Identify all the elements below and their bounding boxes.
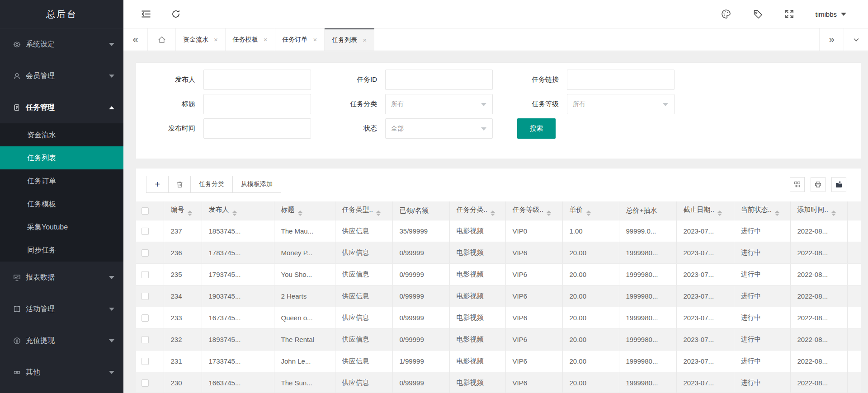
filter-row: 发布人任务ID任务链接 [141,70,861,90]
select-all-checkbox[interactable] [142,207,149,215]
select-2-1[interactable]: 全部 [385,118,493,139]
row-checkbox[interactable] [142,379,149,387]
sort-icon[interactable] [232,211,237,216]
sort-icon[interactable] [547,211,551,216]
add-from-template-button[interactable]: 从模板添加 [232,176,281,193]
search-button[interactable]: 搜索 [517,118,556,139]
table-cell: 236 [164,242,202,263]
caret-down-icon [841,13,846,16]
close-icon[interactable]: × [363,36,367,44]
table-row: 2311733745...John Le...供应信息1/99999电影视频VI… [136,350,861,372]
column-header-9[interactable]: 总价+抽水 [619,201,676,220]
table-cell: 1999980... [619,263,676,285]
table-cell: 1793745... [202,263,274,285]
collapse-menu-icon[interactable] [140,8,152,20]
text-input-0-0[interactable] [209,76,305,84]
sidebar-subitem-4[interactable]: 采集Youtube [0,215,123,239]
tag-icon[interactable] [752,8,764,20]
tabs-scroll-left-button[interactable]: « [123,28,148,51]
column-header-1[interactable]: 编号 [164,201,202,220]
table-cell: 进行中 [734,285,790,307]
sidebar-item-activity[interactable]: 活动管理 [0,293,123,325]
sort-icon[interactable] [376,211,381,216]
select-1-1[interactable]: 所有 [385,94,493,114]
sort-icon[interactable] [586,211,591,216]
delete-button[interactable] [168,176,191,193]
sort-icon[interactable] [298,211,302,216]
fullscreen-icon[interactable] [783,8,795,20]
filter-row: 标题任务分类所有任务等级所有 [141,94,861,114]
text-input-2-0[interactable] [209,125,305,132]
sidebar-subitem-5[interactable]: 同步任务 [0,239,123,262]
sort-icon[interactable] [717,211,722,216]
filter-field: 任务等级所有 [505,94,675,114]
sort-icon[interactable] [775,211,779,216]
close-icon[interactable]: × [214,36,218,43]
row-select-cell [136,285,164,307]
select-1-2[interactable]: 所有 [567,94,675,114]
tabs-scroll-right-button[interactable]: » [819,28,844,51]
column-header-4[interactable]: 任务类型.. [335,201,392,220]
sidebar-subitem-1[interactable]: 任务列表 [0,146,123,169]
column-header-5[interactable]: 已领/名额 [392,201,449,220]
table-cell: 1999980... [619,372,676,393]
text-input-0-2[interactable] [573,76,669,84]
palette-icon[interactable] [720,8,732,20]
text-input-1-0[interactable] [209,101,305,108]
column-header-11[interactable]: 当前状态.. [734,201,790,220]
home-tab[interactable] [148,28,176,51]
column-header-2[interactable]: 发布人 [202,201,274,220]
row-action-cell [847,263,861,285]
table-cell: 供应信息 [335,350,392,372]
export-button[interactable] [831,177,846,192]
sort-icon[interactable] [831,211,836,216]
tab-1[interactable]: 任务模板× [226,28,275,51]
row-checkbox[interactable] [142,271,149,278]
sidebar-subitem-2[interactable]: 任务订单 [0,169,123,192]
column-header-7[interactable]: 任务等级.. [505,201,562,220]
add-button[interactable]: + [146,176,169,193]
task-category-button[interactable]: 任务分类 [190,176,233,193]
sidebar-subitem-3[interactable]: 任务模板 [0,192,123,215]
export-icon [835,181,843,188]
sidebar-item-report[interactable]: 报表数据 [0,262,123,293]
column-label: 任务类型.. [342,206,373,213]
row-checkbox[interactable] [142,358,149,365]
sidebar-item-member[interactable]: 会员管理 [0,60,123,92]
row-checkbox[interactable] [142,228,149,235]
sidebar-item-system[interactable]: 系统设定 [0,28,123,60]
user-menu[interactable]: timibbs [815,10,846,18]
row-checkbox[interactable] [142,293,149,300]
column-header-12[interactable]: 添加时间.. [790,201,847,220]
sidebar-item-other[interactable]: 其他 [0,356,123,388]
sidebar-subitem-0[interactable]: 资金流水 [0,123,123,146]
caret-down-icon [481,103,486,106]
sort-icon[interactable] [491,211,495,216]
sidebar-item-label: 任务管理 [26,103,55,112]
tab-3[interactable]: 任务列表× [325,28,374,51]
sidebar-item-recharge[interactable]: 充值提现 [0,325,123,356]
column-header-6[interactable]: 任务分类.. [449,201,505,220]
tab-0[interactable]: 资金流水× [176,28,226,51]
table-cell: 1733745... [202,350,274,372]
sidebar: 总后台 系统设定会员管理任务管理资金流水任务列表任务订单任务模板采集Youtub… [0,0,123,393]
row-checkbox[interactable] [142,249,149,257]
toggle-columns-button[interactable] [790,177,805,192]
table-cell: VIP6 [505,328,562,350]
print-button[interactable] [811,177,826,192]
table-cell: Queen o... [274,307,335,328]
sidebar-item-task[interactable]: 任务管理 [0,92,123,123]
refresh-icon[interactable] [170,8,182,20]
close-icon[interactable]: × [313,36,317,43]
text-input-0-1[interactable] [391,76,487,84]
row-checkbox[interactable] [142,314,149,322]
tab-2[interactable]: 任务订单× [275,28,325,51]
column-header-3[interactable]: 标题 [274,201,335,220]
column-header-8[interactable]: 单价 [562,201,619,220]
sort-icon[interactable] [188,211,192,216]
tabs-menu-button[interactable] [844,28,868,51]
close-icon[interactable]: × [264,36,268,43]
sidebar-item-label: 活动管理 [26,304,55,314]
row-checkbox[interactable] [142,336,149,343]
column-header-10[interactable]: 截止日期.. [676,201,734,220]
